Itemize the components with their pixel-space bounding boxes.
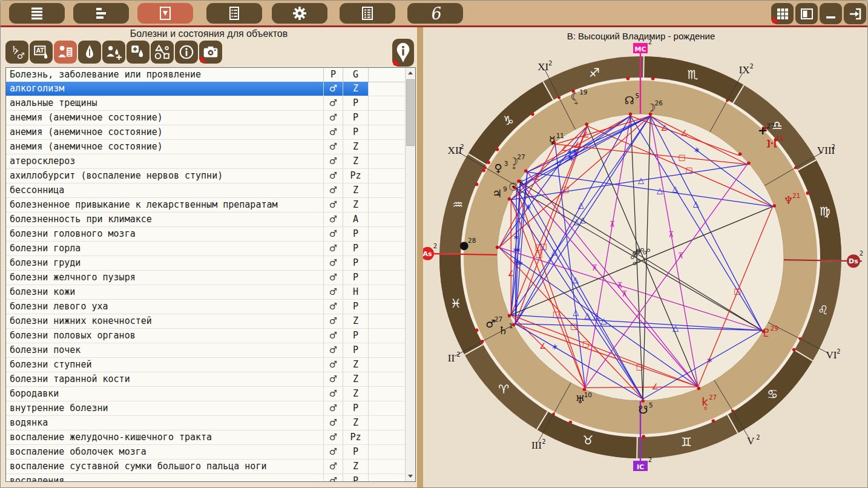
table-row[interactable]: болезненность при климаксе♂A bbox=[6, 213, 405, 227]
health-card-button[interactable] bbox=[54, 41, 77, 64]
aspect-sextile-glyph: ∗ bbox=[551, 342, 558, 351]
table-row[interactable]: болезни головного мозга♂P bbox=[6, 227, 405, 242]
filler-cell bbox=[368, 445, 405, 459]
info-pin-button[interactable] bbox=[392, 39, 414, 67]
table-row[interactable]: водянка♂Z bbox=[6, 416, 405, 430]
grid-view-button[interactable] bbox=[771, 3, 794, 24]
aspect-quincunx-glyph: ⊼ bbox=[678, 251, 684, 260]
info-button[interactable] bbox=[175, 41, 198, 64]
table-row[interactable]: болезни половых органов♂P bbox=[6, 329, 405, 343]
house-cusp-dot bbox=[794, 167, 797, 170]
table-row[interactable]: воспаления♂P bbox=[6, 474, 405, 481]
table-row[interactable]: воспаление желудочно-кишечного тракта♂Pz bbox=[6, 430, 405, 445]
aspect-trine-glyph: △ bbox=[551, 247, 557, 256]
filler-cell bbox=[368, 96, 405, 110]
planet-mars-glyph-cell: ♂ bbox=[323, 314, 343, 328]
table-row[interactable]: болезни нижних конечностей♂Z bbox=[6, 314, 405, 329]
logo-button[interactable]: 6 bbox=[407, 3, 463, 24]
table-row[interactable]: алкоголизм♂Z bbox=[6, 82, 405, 96]
group-cell: P bbox=[343, 329, 368, 343]
disease-name-cell: болезни левого уха bbox=[6, 300, 323, 314]
aspect-quincunx-glyph: ⊼ bbox=[622, 289, 628, 298]
table-row[interactable]: болезни груди♂P bbox=[6, 256, 405, 271]
panel-layout-button[interactable] bbox=[795, 3, 818, 24]
table-row[interactable]: болезни горла♂P bbox=[6, 242, 405, 256]
table-row[interactable]: воспаление оболочек мозга♂P bbox=[6, 445, 405, 460]
table-row[interactable]: анемия (анемичное состояние)♂Z bbox=[6, 140, 405, 154]
filler-cell bbox=[368, 154, 405, 168]
table-row[interactable]: болезни левого уха♂P bbox=[6, 300, 405, 314]
diseases-table: Болезнь, заболевание или проявление P G … bbox=[5, 67, 416, 482]
table-row[interactable]: болезни почек♂P bbox=[6, 343, 405, 358]
table-row[interactable]: болезни ступней♂Z bbox=[6, 358, 405, 372]
table-row[interactable]: болезни таранной кости♂Z bbox=[6, 372, 405, 387]
planet-mars-glyph-cell: ♂ bbox=[323, 358, 343, 372]
planet-position-dot bbox=[508, 314, 511, 318]
table-row[interactable]: ахиллобурсит (воспаление нервов ступни)♂… bbox=[6, 169, 405, 183]
table-row[interactable]: болезни кожи♂H bbox=[6, 285, 405, 300]
at-drop-button[interactable]: AT bbox=[30, 41, 53, 64]
house-V-label: V bbox=[747, 435, 755, 447]
exit-button[interactable] bbox=[844, 3, 866, 24]
table-row[interactable]: бородавки♂Z bbox=[6, 387, 405, 401]
column-header-g[interactable]: G bbox=[343, 68, 368, 82]
table-row[interactable]: бессонница♂Z bbox=[6, 183, 405, 198]
house-IX-label: IX bbox=[739, 64, 750, 76]
report-button[interactable] bbox=[206, 3, 262, 24]
schedule-table-button[interactable] bbox=[340, 3, 395, 24]
table-scrollbar[interactable] bbox=[405, 68, 415, 481]
sign-gemini-glyph: ♊ bbox=[681, 435, 692, 449]
aspect-trine-glyph: △ bbox=[594, 311, 600, 320]
table-row[interactable]: анемия (анемичное состояние)♂P bbox=[6, 111, 405, 125]
axis-ic-label[interactable]: IC2 bbox=[633, 457, 652, 471]
sign-boundary-line bbox=[637, 437, 637, 458]
planet-mars-glyph-cell: ♂ bbox=[323, 82, 343, 96]
person-drop-add-button[interactable] bbox=[102, 41, 125, 64]
planet-mars-glyph-cell: ♂ bbox=[323, 183, 343, 197]
scrollbar-down-button[interactable] bbox=[406, 471, 415, 481]
logo-six-glyph: 6 bbox=[429, 4, 442, 22]
disease-name-cell: болезни кожи bbox=[6, 285, 323, 299]
dropdown-button[interactable] bbox=[137, 3, 193, 24]
axis-asc-label[interactable]: As2 bbox=[423, 243, 437, 260]
planet-north-node-degree: 5 bbox=[636, 92, 640, 99]
table-row[interactable]: воспаление суставной сумки большого паль… bbox=[6, 460, 405, 474]
add-drop-button[interactable] bbox=[127, 41, 150, 64]
house-VI-label: VI bbox=[826, 349, 837, 361]
table-body: алкоголизм♂Zанальные трещины♂Pанемия (ан… bbox=[6, 82, 405, 481]
minimize-button[interactable] bbox=[820, 3, 842, 24]
column-header-p[interactable]: P bbox=[323, 68, 343, 82]
chart-panel: ♓♈♉♊♋♌♍♎♏♐♑♒II2III2V2VI2VIII2IX2XI2XII2∠… bbox=[423, 27, 868, 488]
disease-name-cell: болезни нижних конечностей bbox=[6, 314, 323, 328]
planet-position-dot bbox=[585, 122, 588, 126]
planet-sun-glyph: ☉ bbox=[508, 180, 518, 193]
disease-name-cell: воспаление желудочно-кишечного тракта bbox=[6, 430, 323, 444]
table-row[interactable]: болезни желчного пузыря♂P bbox=[6, 271, 405, 285]
scrollbar-up-button[interactable] bbox=[406, 68, 415, 78]
disease-name-cell: болезни головного мозга bbox=[6, 227, 323, 241]
planet-position-dot bbox=[772, 204, 776, 208]
camera-button[interactable] bbox=[199, 41, 222, 64]
menu-list-button[interactable] bbox=[9, 3, 65, 24]
filler-cell bbox=[368, 474, 405, 481]
aspect-trine-glyph: △ bbox=[693, 199, 699, 208]
panel-divider[interactable] bbox=[417, 27, 423, 488]
table-row[interactable]: атеросклероз♂Z bbox=[6, 154, 405, 169]
table-row[interactable]: внутренние болезни♂P bbox=[6, 401, 405, 416]
table-row[interactable]: анальные трещины♂P bbox=[6, 96, 405, 111]
document-outline-button[interactable] bbox=[73, 3, 129, 24]
settings-button[interactable] bbox=[272, 3, 327, 24]
drop-button[interactable] bbox=[78, 41, 101, 64]
group-cell: Z bbox=[343, 198, 368, 212]
transit-planets-button[interactable]: ♄ ♂ bbox=[5, 41, 28, 64]
natal-chart[interactable]: ♓♈♉♊♋♌♍♎♏♐♑♒II2III2V2VI2VIII2IX2XI2XII2∠… bbox=[423, 27, 868, 488]
minimize-icon bbox=[824, 7, 838, 21]
column-header-disease[interactable]: Болезнь, заболевание или проявление bbox=[6, 68, 323, 82]
table-row[interactable]: анемия (анемичное состояние)♂P bbox=[6, 125, 405, 140]
aspect-shapes-button[interactable] bbox=[151, 41, 174, 64]
scrollbar-thumb[interactable] bbox=[406, 79, 415, 146]
document-outline-icon bbox=[93, 6, 109, 21]
table-row[interactable]: болезненное привыкание к лекарственным п… bbox=[6, 198, 405, 213]
axis-dsc-label[interactable]: Ds2 bbox=[847, 250, 863, 268]
group-cell: Z bbox=[343, 387, 368, 401]
